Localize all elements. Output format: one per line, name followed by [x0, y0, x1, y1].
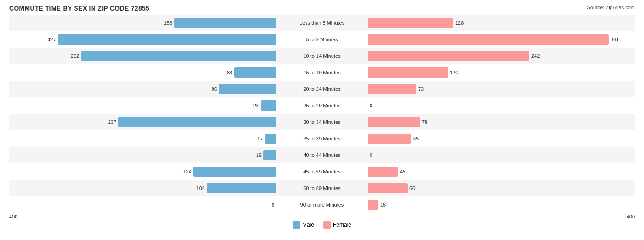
- right-section: 242: [368, 48, 635, 64]
- table-row: 29210 to 14 Minutes242: [9, 48, 635, 64]
- table-row: 12445 to 59 Minutes45: [9, 163, 635, 180]
- value-male: 17: [257, 136, 263, 141]
- value-male: 23: [253, 103, 259, 108]
- left-section: 23: [9, 97, 276, 114]
- value-male: 0: [272, 202, 274, 207]
- bars-area: 153Less than 5 Minutes1283275 to 9 Minut…: [9, 15, 635, 213]
- right-section: 120: [368, 64, 635, 81]
- left-section: 19: [9, 147, 276, 163]
- table-row: 10460 to 89 Minutes60: [9, 180, 635, 196]
- axis-left: 400: [9, 214, 17, 219]
- right-section: 78: [368, 114, 635, 130]
- value-male: 86: [212, 86, 217, 92]
- value-male: 19: [256, 152, 262, 158]
- legend-male-box: [293, 221, 300, 229]
- value-female: 73: [418, 86, 424, 92]
- row-label: 30 to 34 Minutes: [276, 119, 368, 125]
- table-row: 8620 to 24 Minutes73: [9, 81, 635, 97]
- legend-male-label: Male: [302, 222, 314, 228]
- bar-male: [118, 117, 276, 127]
- bar-male: [234, 67, 276, 78]
- value-female: 60: [409, 185, 415, 191]
- value-male: 237: [108, 119, 116, 125]
- value-female: 16: [380, 202, 386, 207]
- table-row: 6315 to 19 Minutes120: [9, 64, 635, 81]
- bar-male: [58, 34, 276, 45]
- bar-female: [368, 117, 420, 127]
- value-female: 361: [611, 37, 619, 42]
- row-label: 20 to 24 Minutes: [276, 86, 368, 92]
- legend-female-box: [323, 221, 331, 229]
- bar-female: [368, 18, 453, 28]
- left-section: 104: [9, 180, 276, 196]
- value-female: 0: [370, 103, 372, 108]
- value-male: 63: [227, 70, 232, 75]
- left-section: 86: [9, 81, 276, 97]
- row-label: 45 to 59 Minutes: [276, 169, 368, 174]
- bar-male: [81, 51, 276, 61]
- bar-female: [368, 134, 411, 144]
- value-male: 153: [164, 20, 172, 26]
- table-row: 090 or more Minutes16: [9, 196, 635, 213]
- right-section: 0: [368, 147, 635, 163]
- bar-male: [261, 100, 276, 111]
- table-row: 3275 to 9 Minutes361: [9, 31, 635, 48]
- bar-male: [263, 150, 276, 160]
- bar-female: [368, 84, 416, 94]
- legend-male: Male: [293, 221, 314, 229]
- bar-male: [219, 84, 276, 94]
- row-label: 10 to 14 Minutes: [276, 53, 368, 59]
- chart-container: COMMUTE TIME BY SEX IN ZIP CODE 72855 So…: [0, 0, 644, 240]
- value-female: 65: [413, 136, 419, 141]
- left-section: 292: [9, 48, 276, 64]
- value-female: 45: [400, 169, 405, 174]
- left-section: 327: [9, 31, 276, 48]
- right-section: 60: [368, 180, 635, 196]
- value-female: 128: [455, 20, 464, 26]
- right-section: 45: [368, 163, 635, 180]
- row-label: Less than 5 Minutes: [276, 20, 368, 26]
- left-section: 153: [9, 15, 276, 31]
- value-male: 104: [196, 185, 205, 191]
- table-row: 2325 to 29 Minutes0: [9, 97, 635, 114]
- table-row: 153Less than 5 Minutes128: [9, 15, 635, 31]
- legend-female: Female: [323, 221, 351, 229]
- right-section: 361: [368, 31, 635, 48]
- value-male: 124: [183, 169, 191, 174]
- bar-female: [368, 183, 408, 193]
- value-male: 292: [71, 53, 79, 59]
- legend: Male Female: [9, 221, 635, 229]
- bar-female: [368, 167, 398, 177]
- left-section: 0: [9, 196, 276, 213]
- row-label: 35 to 39 Minutes: [276, 136, 368, 141]
- row-label: 40 to 44 Minutes: [276, 152, 368, 158]
- left-section: 237: [9, 114, 276, 130]
- right-section: 73: [368, 81, 635, 97]
- right-section: 16: [368, 196, 635, 213]
- value-female: 242: [531, 53, 540, 59]
- bar-female: [368, 200, 378, 210]
- axis-labels: 400 400: [9, 214, 635, 219]
- value-male: 327: [48, 37, 56, 42]
- legend-female-label: Female: [333, 222, 351, 228]
- source-label: Source: ZipAtlas.com: [587, 5, 635, 10]
- bar-male: [174, 18, 276, 28]
- chart-title: COMMUTE TIME BY SEX IN ZIP CODE 72855: [9, 5, 635, 12]
- value-female: 78: [422, 119, 427, 125]
- bar-male: [207, 183, 276, 193]
- row-label: 60 to 89 Minutes: [276, 185, 368, 191]
- bar-female: [368, 51, 529, 61]
- left-section: 124: [9, 163, 276, 180]
- right-section: 128: [368, 15, 635, 31]
- value-female: 120: [450, 70, 458, 75]
- bar-female: [368, 34, 609, 45]
- table-row: 23730 to 34 Minutes78: [9, 114, 635, 130]
- right-section: 0: [368, 97, 635, 114]
- axis-right: 400: [627, 214, 635, 219]
- row-label: 5 to 9 Minutes: [276, 37, 368, 42]
- table-row: 1735 to 39 Minutes65: [9, 130, 635, 147]
- left-section: 63: [9, 64, 276, 81]
- left-section: 17: [9, 130, 276, 147]
- table-row: 1940 to 44 Minutes0: [9, 147, 635, 163]
- bar-male: [193, 167, 276, 177]
